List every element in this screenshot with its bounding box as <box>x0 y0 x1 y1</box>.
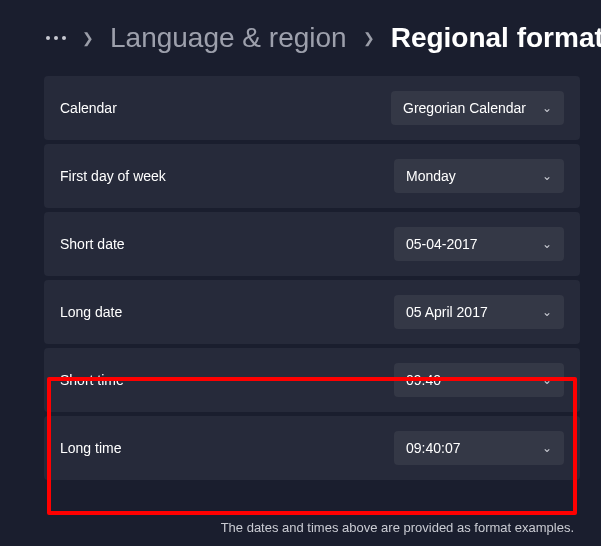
breadcrumb-current: Regional format <box>391 22 601 54</box>
settings-list: Calendar Gregorian Calendar ⌄ First day … <box>0 76 580 480</box>
row-label: Short date <box>60 236 125 252</box>
shortdate-dropdown[interactable]: 05-04-2017 ⌄ <box>394 227 564 261</box>
row-label: Calendar <box>60 100 117 116</box>
dropdown-value: 09:40:07 <box>406 440 461 456</box>
firstday-dropdown[interactable]: Monday ⌄ <box>394 159 564 193</box>
dropdown-value: 05-04-2017 <box>406 236 478 252</box>
shorttime-dropdown[interactable]: 09:40 ⌄ <box>394 363 564 397</box>
row-label: First day of week <box>60 168 166 184</box>
row-long-time: Long time 09:40:07 ⌄ <box>44 416 580 480</box>
dropdown-value: 09:40 <box>406 372 441 388</box>
row-first-day: First day of week Monday ⌄ <box>44 144 580 208</box>
dropdown-value: Gregorian Calendar <box>403 100 526 116</box>
chevron-down-icon: ⌄ <box>542 237 552 251</box>
row-label: Long time <box>60 440 121 456</box>
chevron-right-icon: ❯ <box>82 30 94 46</box>
chevron-down-icon: ⌄ <box>542 101 552 115</box>
dropdown-value: Monday <box>406 168 456 184</box>
longtime-dropdown[interactable]: 09:40:07 ⌄ <box>394 431 564 465</box>
ellipsis-icon[interactable] <box>46 36 66 40</box>
chevron-down-icon: ⌄ <box>542 305 552 319</box>
row-calendar: Calendar Gregorian Calendar ⌄ <box>44 76 580 140</box>
row-short-time: Short time 09:40 ⌄ <box>44 348 580 412</box>
breadcrumb-language-region[interactable]: Language & region <box>110 22 347 54</box>
calendar-dropdown[interactable]: Gregorian Calendar ⌄ <box>391 91 564 125</box>
row-label: Short time <box>60 372 124 388</box>
longdate-dropdown[interactable]: 05 April 2017 ⌄ <box>394 295 564 329</box>
row-short-date: Short date 05-04-2017 ⌄ <box>44 212 580 276</box>
row-label: Long date <box>60 304 122 320</box>
row-long-date: Long date 05 April 2017 ⌄ <box>44 280 580 344</box>
breadcrumb: ❯ Language & region ❯ Regional format <box>0 0 601 76</box>
chevron-down-icon: ⌄ <box>542 373 552 387</box>
dropdown-value: 05 April 2017 <box>406 304 488 320</box>
chevron-down-icon: ⌄ <box>542 169 552 183</box>
footer-note: The dates and times above are provided a… <box>44 520 580 535</box>
chevron-right-icon: ❯ <box>363 30 375 46</box>
chevron-down-icon: ⌄ <box>542 441 552 455</box>
